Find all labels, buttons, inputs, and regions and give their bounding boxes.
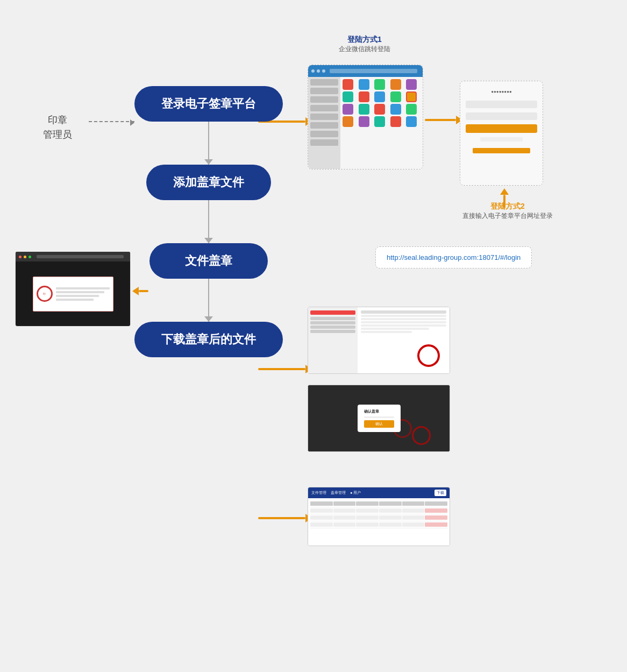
- arrow-download-to-right: [258, 514, 312, 522]
- actor-arrow: [89, 121, 134, 122]
- login-method-1-label: 登陆方式1 企业微信跳转登陆: [339, 35, 390, 54]
- screenshot-seal-2: 确认盖章 确认: [308, 385, 450, 452]
- arrow-down-2: [208, 200, 209, 243]
- arrow-wechat-to-login: [425, 116, 462, 124]
- login-method-1-title: 登陆方式1: [339, 35, 390, 45]
- screenshot-add-file: 印: [15, 251, 131, 327]
- login-method-2-desc: 直接输入电子签章平台网址登录: [462, 211, 553, 221]
- login-method-1-desc: 企业微信跳转登陆: [339, 45, 390, 54]
- screenshot-seal-1: [308, 307, 450, 374]
- flow-column: 登录电子签章平台 添加盖章文件 文件盖章 下载盖章后的文件: [134, 86, 283, 357]
- actor-label: 印章管理员: [43, 113, 72, 142]
- url-box[interactable]: http://seal.leading-group.com:18071/#/lo…: [375, 246, 532, 268]
- step-seal: 文件盖章: [149, 243, 268, 279]
- arrow-up-to-method2: [500, 188, 509, 208]
- login-logo: ●●●●●●●●: [491, 89, 512, 94]
- screenshot-login-page: ●●●●●●●●: [460, 81, 543, 186]
- arrow-add-file-to-left: [132, 287, 148, 295]
- arrow-down-3: [208, 279, 209, 322]
- screenshot-wechat: [308, 65, 423, 169]
- step-download: 下载盖章后的文件: [134, 322, 283, 357]
- screenshot-download: 文件管理 盖章管理 ● 用户 下载: [308, 487, 450, 546]
- main-container: 印章管理员 登录电子签章平台 添加盖章文件 文件盖章 下载盖章后的文件 登陆方式…: [0, 0, 627, 672]
- arrow-seal-to-right: [258, 365, 312, 373]
- step-add-file: 添加盖章文件: [146, 165, 271, 200]
- step-login: 登录电子签章平台: [134, 86, 283, 122]
- arrow-down-1: [208, 122, 209, 165]
